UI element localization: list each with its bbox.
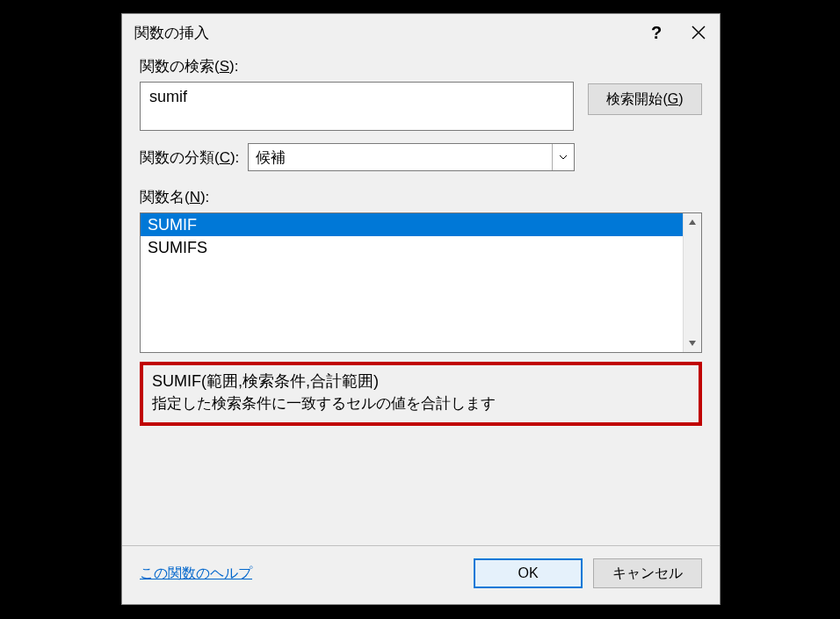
cancel-button[interactable]: キャンセル [593, 558, 702, 588]
function-description-text: 指定した検索条件に一致するセルの値を合計します [152, 393, 690, 414]
scrollbar[interactable] [683, 213, 701, 352]
dialog-content: 関数の検索(S): sumif 検索開始(G) 関数の分類(C): 候補 関数名… [122, 51, 720, 545]
search-row: sumif 検索開始(G) [140, 82, 702, 131]
list-item[interactable]: SUMIFS [141, 236, 683, 259]
svg-marker-2 [689, 220, 696, 225]
function-list-items: SUMIF SUMIFS [141, 213, 683, 352]
search-input[interactable]: sumif [140, 82, 574, 131]
insert-function-dialog: 関数の挿入 ? 関数の検索(S): sumif 検索開始(G) 関数の分類(C)… [121, 13, 721, 605]
help-link[interactable]: この関数のヘルプ [140, 565, 252, 583]
function-list-label: 関数名(N): [140, 187, 702, 207]
function-description: SUMIF(範囲,検索条件,合計範囲) 指定した検索条件に一致するセルの値を合計… [140, 362, 702, 426]
dialog-title: 関数の挿入 [134, 23, 635, 43]
svg-marker-3 [689, 341, 696, 346]
function-signature: SUMIF(範囲,検索条件,合計範囲) [152, 371, 690, 392]
go-button[interactable]: 検索開始(G) [588, 83, 702, 115]
title-bar: 関数の挿入 ? [122, 14, 720, 51]
category-select[interactable]: 候補 [248, 143, 575, 171]
help-button[interactable]: ? [635, 14, 677, 51]
search-label: 関数の検索(S): [140, 56, 702, 76]
scroll-up-icon[interactable] [684, 213, 701, 231]
ok-button[interactable]: OK [474, 558, 583, 588]
scroll-down-icon[interactable] [684, 335, 701, 352]
dialog-footer: この関数のヘルプ OK キャンセル [122, 545, 720, 604]
list-item[interactable]: SUMIF [141, 213, 683, 236]
function-listbox[interactable]: SUMIF SUMIFS [140, 212, 702, 353]
category-selected-value: 候補 [249, 148, 552, 168]
chevron-down-icon [552, 144, 574, 170]
close-icon [692, 25, 706, 40]
scroll-track[interactable] [684, 231, 701, 335]
close-button[interactable] [677, 14, 720, 51]
category-row: 関数の分類(C): 候補 [140, 143, 702, 171]
category-label: 関数の分類(C): [140, 148, 239, 168]
